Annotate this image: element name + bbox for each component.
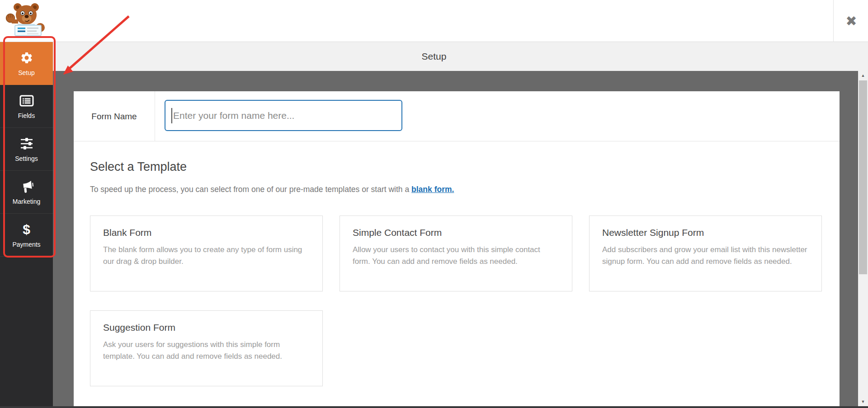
blank-form-link[interactable]: blank form. <box>411 185 454 194</box>
intro-text: To speed up the process, you can select … <box>90 185 411 194</box>
page-title: Setup <box>422 42 447 71</box>
setup-panel: Form Name Select a Template To speed up … <box>74 91 840 406</box>
close-icon[interactable]: ✖ <box>835 0 868 42</box>
sidebar-item-marketing[interactable]: Marketing <box>0 171 53 214</box>
sliders-icon <box>20 136 33 151</box>
text-caret <box>171 108 172 123</box>
megaphone-icon <box>19 179 34 194</box>
template-card-newsletter-signup-form[interactable]: Newsletter Signup Form Add subscribers a… <box>589 216 822 291</box>
card-title: Simple Contact Form <box>353 227 559 238</box>
scrollbar-thumb[interactable] <box>859 80 867 274</box>
gear-icon <box>20 51 33 65</box>
template-card-suggestion-form[interactable]: Suggestion Form Ask your users for sugge… <box>90 310 323 386</box>
card-title: Newsletter Signup Form <box>602 227 809 238</box>
wpforms-bear-logo <box>5 1 49 37</box>
form-name-input[interactable] <box>165 100 402 131</box>
form-name-row: Form Name <box>74 91 840 141</box>
select-template-intro: To speed up the process, you can select … <box>90 185 454 194</box>
dollar-icon: $ <box>23 222 30 237</box>
header-bar: ✖ <box>0 0 868 42</box>
scroll-down-icon[interactable]: ▼ <box>858 397 868 406</box>
builder-content-area: Form Name Select a Template To speed up … <box>53 71 858 406</box>
builder-sidebar: Setup Fields <box>0 42 53 408</box>
card-description: Ask your users for suggestions with this… <box>103 339 310 363</box>
card-title: Suggestion Form <box>103 322 310 333</box>
sidebar-item-fields[interactable]: Fields <box>0 85 53 128</box>
sidebar-item-label: Payments <box>12 241 40 248</box>
sidebar-item-setup[interactable]: Setup <box>0 42 53 85</box>
bottom-edge-strip <box>0 406 868 408</box>
card-description: Add subscribers and grow your email list… <box>602 244 809 268</box>
sidebar-item-label: Setup <box>18 69 35 76</box>
card-title: Blank Form <box>103 227 310 238</box>
sidebar-item-label: Settings <box>15 155 38 162</box>
sidebar-item-payments[interactable]: $ Payments <box>0 214 53 257</box>
header-divider <box>833 0 834 42</box>
card-description: Allow your users to contact you with thi… <box>353 244 559 268</box>
card-description: The blank form allows you to create any … <box>103 244 310 268</box>
select-template-heading: Select a Template <box>90 160 187 174</box>
sidebar-item-label: Marketing <box>13 198 40 205</box>
vertical-scrollbar[interactable]: ▲ ▼ <box>858 71 868 406</box>
form-name-label: Form Name <box>74 91 155 141</box>
template-card-simple-contact-form[interactable]: Simple Contact Form Allow your users to … <box>340 216 572 291</box>
sidebar-item-settings[interactable]: Settings <box>0 128 53 171</box>
template-cards: Blank Form The blank form allows you to … <box>90 216 823 386</box>
template-card-blank-form[interactable]: Blank Form The blank form allows you to … <box>90 216 323 291</box>
setup-title-bar <box>53 42 868 71</box>
fields-icon <box>19 94 34 108</box>
form-row-divider <box>155 91 155 141</box>
sidebar-item-label: Fields <box>18 112 35 119</box>
scroll-up-icon[interactable]: ▲ <box>858 71 868 80</box>
